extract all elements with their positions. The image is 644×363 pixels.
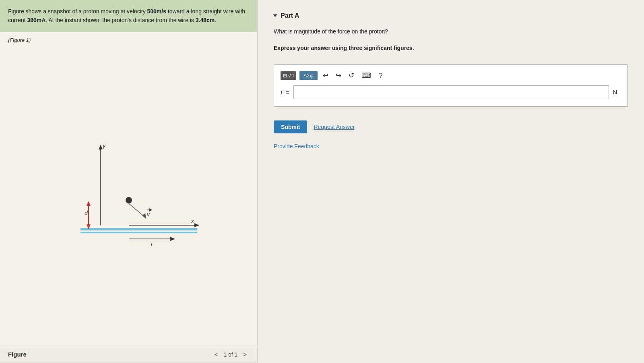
- svg-text:i: i: [151, 241, 153, 247]
- eq-label: F =: [281, 89, 289, 96]
- undo-icon: ↩: [323, 71, 328, 80]
- matrix-icon: ⊞: [283, 73, 287, 79]
- pagination-text: 1 of 1: [223, 351, 237, 358]
- diagram-svg: y x i d: [48, 141, 209, 253]
- keyboard-button[interactable]: ⌨: [359, 71, 374, 81]
- provide-feedback-link[interactable]: Provide Feedback: [274, 143, 628, 149]
- toolbar: ⊞ √□ AΣφ ↩ ↪ ↺ ⌨ ?: [281, 71, 621, 81]
- left-panel: Figure shows a snapshot of a proton movi…: [0, 0, 258, 363]
- svg-marker-14: [87, 201, 91, 206]
- input-row: F = N: [281, 85, 621, 99]
- prev-figure-button[interactable]: <: [212, 350, 220, 359]
- instruction-text: Express your answer using three signific…: [274, 44, 628, 52]
- svg-marker-1: [99, 145, 103, 149]
- answer-box: ⊞ √□ AΣφ ↩ ↪ ↺ ⌨ ? F = N: [274, 64, 628, 107]
- figure-nav: Figure < 1 of 1 >: [0, 346, 257, 363]
- svg-text:x: x: [191, 218, 194, 224]
- reset-button[interactable]: ↺: [347, 71, 356, 81]
- svg-text:v: v: [147, 211, 150, 218]
- question-text: What is magnitude of the force on the pr…: [274, 27, 628, 36]
- figure-label: Figure: [8, 351, 27, 358]
- part-a-title: Part A: [281, 12, 299, 19]
- current-value: 380mA: [27, 17, 45, 23]
- svg-marker-4: [194, 223, 199, 227]
- svg-text:y: y: [102, 143, 106, 149]
- svg-point-15: [126, 197, 132, 203]
- velocity-value: 500m/s: [147, 8, 166, 15]
- matrix-button[interactable]: ⊞ √□: [281, 71, 296, 80]
- unit-label: N: [613, 89, 621, 95]
- svg-line-16: [129, 203, 145, 217]
- figure-pagination: < 1 of 1 >: [212, 350, 249, 359]
- part-a-toggle[interactable]: [273, 15, 277, 17]
- reset-icon: ↺: [349, 71, 354, 80]
- next-figure-button[interactable]: >: [241, 350, 249, 359]
- request-answer-button[interactable]: Request Answer: [314, 124, 355, 130]
- keyboard-icon: ⌨: [361, 71, 372, 80]
- part-a-header: Part A: [274, 12, 628, 19]
- help-icon: ?: [379, 72, 382, 80]
- answer-input[interactable]: [293, 85, 609, 99]
- redo-button[interactable]: ↪: [334, 71, 343, 81]
- sqrt-icon: √□: [288, 73, 294, 79]
- help-button[interactable]: ?: [377, 71, 384, 81]
- figure-area: y x i d: [0, 48, 257, 363]
- svg-marker-9: [170, 237, 175, 241]
- svg-marker-17: [142, 213, 146, 219]
- svg-marker-20: [149, 208, 152, 212]
- symbol-button[interactable]: AΣφ: [299, 71, 318, 80]
- redo-icon: ↪: [336, 71, 341, 80]
- figure-reference: (Figure 1): [0, 32, 257, 48]
- problem-description: Figure shows a snapshot of a proton movi…: [0, 0, 257, 32]
- undo-button[interactable]: ↩: [321, 71, 330, 81]
- right-panel: Part A What is magnitude of the force on…: [258, 0, 644, 363]
- submit-button[interactable]: Submit: [274, 120, 307, 133]
- svg-text:d: d: [85, 210, 88, 216]
- distance-value: 3.48cm: [196, 17, 215, 23]
- diagram-container: y x i d: [0, 48, 257, 346]
- action-row: Submit Request Answer: [274, 120, 628, 133]
